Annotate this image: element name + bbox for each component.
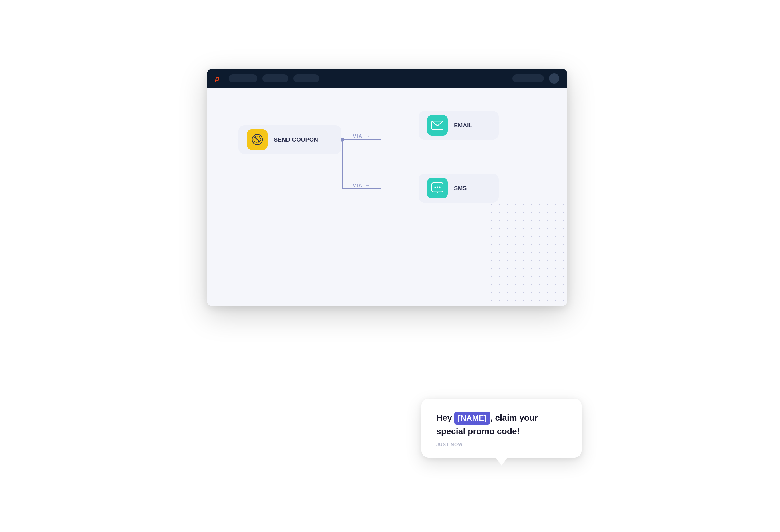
name-badge: [NAME] — [454, 412, 490, 425]
scene: p — [190, 51, 590, 481]
arrow-right-icon-2: → — [365, 183, 371, 189]
browser-search-bar — [513, 75, 544, 82]
arrow-right-icon: → — [365, 133, 371, 139]
browser-logo: p — [215, 74, 220, 83]
browser-profile[interactable] — [549, 73, 559, 84]
email-icon — [427, 115, 448, 136]
svg-point-7 — [255, 137, 256, 139]
browser-content: SEND COUPON VIA → EMAIL — [207, 88, 567, 306]
sms-node[interactable]: SMS — [419, 174, 499, 202]
message-text: Hey [NAME], claim your special promo cod… — [436, 411, 567, 438]
message-prefix: Hey — [436, 413, 454, 423]
via-email-label: VIA → — [353, 133, 371, 139]
sms-label: SMS — [454, 185, 467, 192]
svg-point-8 — [258, 141, 260, 142]
send-coupon-node[interactable]: SEND COUPON — [238, 125, 341, 154]
sms-icon — [427, 178, 448, 198]
coupon-icon — [247, 129, 267, 150]
browser-titlebar: p — [207, 69, 567, 88]
browser-tab-2[interactable] — [262, 75, 288, 82]
browser-window: p — [207, 69, 567, 306]
email-node[interactable]: EMAIL — [419, 111, 499, 140]
svg-point-11 — [435, 187, 436, 188]
svg-point-12 — [437, 187, 438, 188]
send-coupon-label: SEND COUPON — [274, 136, 318, 143]
browser-tab-3[interactable] — [293, 75, 319, 82]
flow-area: SEND COUPON VIA → EMAIL — [230, 102, 516, 245]
message-timestamp: JUST NOW — [436, 442, 567, 447]
browser-tab-1[interactable] — [229, 75, 257, 82]
via-sms-label: VIA → — [353, 183, 371, 189]
email-label: EMAIL — [454, 122, 473, 129]
svg-point-13 — [439, 187, 441, 188]
message-bubble: Hey [NAME], claim your special promo cod… — [422, 399, 582, 457]
